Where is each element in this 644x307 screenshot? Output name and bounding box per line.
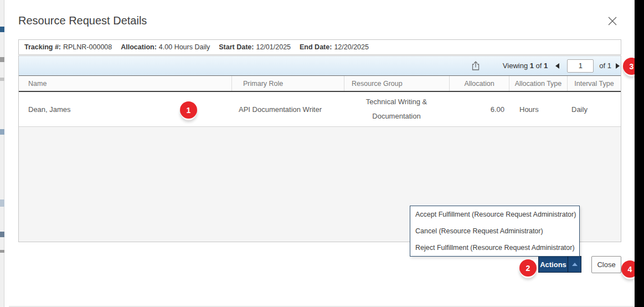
column-header-interval-type[interactable]: Interval Type [567,76,621,91]
column-header-name[interactable]: Name [19,76,231,91]
page-title: Resource Request Details [18,14,147,27]
close-button[interactable]: Close [591,256,621,273]
cell-name: Dean, James [19,92,231,126]
chevron-left-icon[interactable] [555,63,559,69]
chevron-right-icon[interactable] [616,63,620,69]
resource-request-details-modal: Resource Request Details Tracking #:RPLN… [4,0,635,307]
summary-tracking: Tracking #:RPLNR-000008 [24,43,112,51]
background-fragment [0,129,4,135]
close-icon[interactable] [607,16,618,27]
viewing-status: Viewing 1 of 1 [503,62,548,70]
actions-split-button: Actions [538,256,581,273]
menu-item-accept-fulfillment[interactable]: Accept Fulfillment (Resource Request Adm… [410,206,579,223]
pager: of 1 [555,59,621,73]
summary-bar: Tracking #:RPLNR-000008 Allocation:4.00 … [18,39,621,55]
background-fragment [0,232,4,237]
background-fragment [0,57,4,62]
summary-tracking-label: Tracking #: [24,43,61,51]
summary-allocation: Allocation:4.00 Hours Daily [121,43,210,51]
page-number-input[interactable] [567,59,594,73]
viewing-total: 1 [544,62,548,70]
menu-item-reject-fulfillment[interactable]: Reject Fulfillment (Resource Request Adm… [410,239,579,256]
column-header-allocation-type[interactable]: Allocation Type [509,76,567,91]
summary-allocation-value: 4.00 Hours Daily [159,43,210,51]
viewing-current: 1 [530,62,534,70]
summary-start-date: Start Date:12/01/2025 [219,43,291,51]
menu-item-cancel[interactable]: Cancel (Resource Request Administrator) [410,223,579,239]
chevron-up-icon [572,263,578,266]
screenshot-black-band [635,0,644,307]
summary-start-date-label: Start Date: [219,43,254,51]
background-fragment [0,27,4,32]
annotation-badge-1: 1 [180,101,197,119]
cell-interval-type: Daily [567,92,621,126]
cell-allocation-type: Hours [509,92,567,126]
summary-tracking-value: RPLNR-000008 [63,43,112,51]
annotation-badge-2: 2 [519,259,537,277]
summary-end-date-label: End Date: [300,43,332,51]
table-header-row: Name Primary Role Resource Group Allocat… [19,76,621,92]
grid-toolbar: Viewing 1 of 1 of 1 [19,56,621,76]
actions-dropdown-toggle[interactable] [568,257,581,272]
column-header-allocation[interactable]: Allocation [449,76,509,91]
background-fragment [0,199,4,207]
cell-primary-role: API Documentation Writer [231,92,344,126]
pager-of-total: of 1 [599,62,611,70]
background-fragment [0,78,4,81]
summary-allocation-label: Allocation: [121,43,157,51]
column-header-primary-role[interactable]: Primary Role [231,76,344,91]
actions-button[interactable]: Actions [539,257,568,272]
background-page-sliver [0,0,4,307]
summary-end-date-value: 12/20/2025 [334,43,369,51]
screenshot-canvas: Resource Request Details Tracking #:RPLN… [0,0,644,307]
cell-resource-group: Technical Writing & Documentation [344,92,449,126]
table-row[interactable]: Dean, James API Documentation Writer Tec… [19,92,621,127]
summary-start-date-value: 12/01/2025 [256,43,291,51]
actions-dropdown-menu: Accept Fulfillment (Resource Request Adm… [410,206,580,257]
cell-allocation: 6.00 [449,92,509,126]
background-fragment [0,250,4,253]
column-header-resource-group[interactable]: Resource Group [344,76,449,91]
viewing-of-label: of [536,62,542,70]
export-icon[interactable] [470,60,482,72]
viewing-label: Viewing [503,62,528,70]
summary-end-date: End Date:12/20/2025 [300,43,369,51]
